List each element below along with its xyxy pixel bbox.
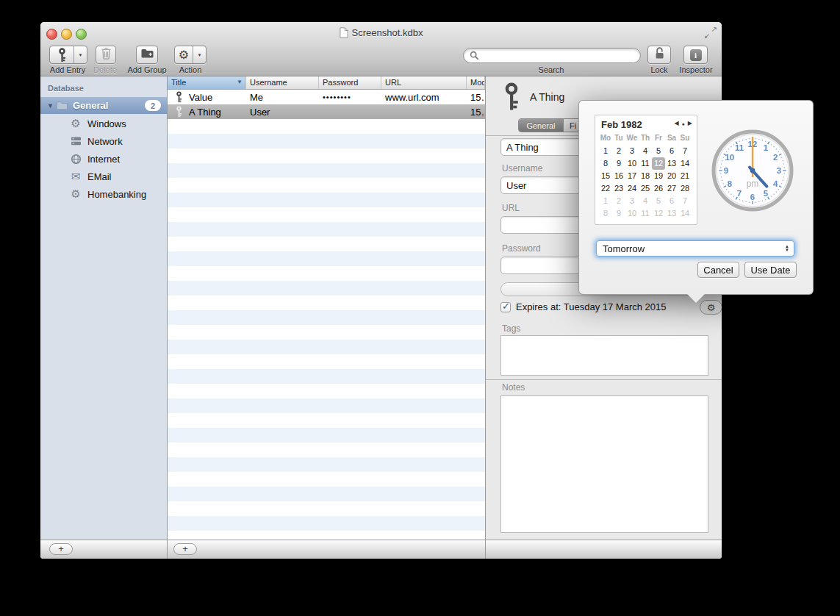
calendar-day[interactable]: 27 xyxy=(665,182,678,195)
section-divider xyxy=(486,379,722,380)
sidebar-item-network[interactable]: Network xyxy=(40,132,167,150)
action-dropdown-arrow[interactable]: ▼ xyxy=(193,46,206,63)
calendar-day[interactable]: 11 xyxy=(639,157,652,170)
calendar-day[interactable]: 2 xyxy=(612,145,625,157)
calendar-day[interactable]: 8 xyxy=(599,157,612,170)
svg-text:3: 3 xyxy=(777,166,781,175)
notes-input[interactable] xyxy=(500,395,708,533)
svg-text:4: 4 xyxy=(773,179,778,188)
calendar-day[interactable]: 3 xyxy=(625,145,639,157)
calendar-day[interactable]: 10 xyxy=(625,157,639,170)
use-date-button[interactable]: Use Date xyxy=(744,262,797,278)
add-entry-dropdown-arrow[interactable]: ▼ xyxy=(73,46,87,63)
sidebar-item-label: Windows xyxy=(87,118,126,129)
cancel-button[interactable]: Cancel xyxy=(697,262,739,278)
calendar-day[interactable]: 25 xyxy=(639,182,652,195)
inspector-button[interactable]: i xyxy=(683,46,708,64)
cell-password: •••••••• xyxy=(319,93,381,101)
calendar-day[interactable]: 6 xyxy=(665,195,678,207)
calendar-day[interactable]: 6 xyxy=(665,145,678,157)
calendar-day-selected[interactable]: 12 xyxy=(652,157,665,170)
disclosure-icon[interactable]: ▼ xyxy=(47,102,56,110)
column-header-password[interactable]: Password xyxy=(319,76,381,89)
prev-month-icon[interactable]: ◀ xyxy=(674,121,678,126)
today-icon[interactable]: ● xyxy=(682,121,685,126)
calendar-day[interactable]: 17 xyxy=(625,170,639,182)
server-icon xyxy=(70,136,82,146)
weekday-label: We xyxy=(625,134,639,142)
add-entry-plus-button[interactable]: + xyxy=(173,543,197,555)
sidebar-item-windows[interactable]: ⚙Windows xyxy=(40,115,167,132)
add-group-plus-button[interactable]: + xyxy=(49,543,73,555)
inspector-divider[interactable] xyxy=(485,76,486,559)
calendar-day[interactable]: 21 xyxy=(678,170,692,182)
calendar-day[interactable]: 28 xyxy=(678,182,692,195)
calendar-day[interactable]: 4 xyxy=(639,195,652,207)
calendar-day[interactable]: 13 xyxy=(665,207,678,220)
calendar-day[interactable]: 5 xyxy=(652,145,665,157)
column-header-modi[interactable]: Modi… xyxy=(467,76,485,89)
calendar-day[interactable]: 20 xyxy=(665,170,678,182)
column-header-title[interactable]: Title▼ xyxy=(168,76,246,89)
check-icon: ✓ xyxy=(502,301,510,312)
inspector-label: Inspector xyxy=(679,65,712,74)
calendar-day[interactable]: 4 xyxy=(639,145,652,157)
calendar-day[interactable]: 18 xyxy=(639,170,652,182)
table-row[interactable]: ValueMe••••••••www.url.com15… xyxy=(168,90,485,104)
sidebar-divider[interactable] xyxy=(167,76,168,559)
calendar-day[interactable]: 19 xyxy=(652,170,665,182)
calendar-day[interactable]: 26 xyxy=(652,182,665,195)
calendar-day[interactable]: 24 xyxy=(625,182,639,195)
username-label: Username xyxy=(502,163,542,173)
calendar-day[interactable]: 9 xyxy=(612,157,625,170)
calendar-day[interactable]: 15 xyxy=(599,170,612,182)
cell-url: www.url.com xyxy=(381,92,467,103)
column-header-url[interactable]: URL xyxy=(381,76,467,89)
calendar-day[interactable]: 16 xyxy=(612,170,625,182)
gear-icon: ⚙ xyxy=(175,46,193,63)
add-group-button[interactable] xyxy=(136,46,158,64)
calendar-day[interactable]: 8 xyxy=(599,207,612,220)
calendar-day[interactable]: 7 xyxy=(678,195,692,207)
expires-checkbox[interactable]: ✓ xyxy=(500,302,511,312)
search-input[interactable] xyxy=(482,50,634,62)
calendar-day[interactable]: 11 xyxy=(639,207,652,220)
calendar-day[interactable]: 1 xyxy=(599,145,612,157)
calendar-day[interactable]: 14 xyxy=(678,157,692,170)
sidebar-item-homebanking[interactable]: ⚙Homebanking xyxy=(40,185,167,203)
calendar-day[interactable]: 5 xyxy=(652,195,665,207)
calendar-day[interactable]: 12 xyxy=(652,207,665,220)
tags-input[interactable] xyxy=(500,335,708,376)
stepper-icon: ▲ ▼ xyxy=(785,245,789,252)
calendar-day[interactable]: 9 xyxy=(612,207,625,220)
lock-button[interactable] xyxy=(647,46,671,64)
column-header-username[interactable]: Username xyxy=(246,76,319,89)
titlebar: Screenshot.kdbx xyxy=(40,27,722,38)
calendar-day[interactable]: 13 xyxy=(665,157,678,170)
sidebar-item-email[interactable]: ✉EMail xyxy=(40,168,167,185)
svg-text:9: 9 xyxy=(724,166,728,175)
search-field[interactable] xyxy=(463,48,641,63)
table-row[interactable]: A ThingUser15… xyxy=(168,104,485,119)
sidebar-item-general[interactable]: ▼ General 2 xyxy=(40,97,167,114)
weekday-label: Th xyxy=(639,134,652,142)
calendar-day[interactable]: 2 xyxy=(612,195,625,207)
calendar-day[interactable]: 22 xyxy=(599,182,612,195)
calendar-day[interactable]: 1 xyxy=(599,195,612,207)
calendar-day[interactable]: 10 xyxy=(625,207,639,220)
sidebar-item-internet[interactable]: Internet xyxy=(40,150,167,168)
delete-button[interactable] xyxy=(96,46,116,64)
folder-plus-icon xyxy=(140,48,154,62)
calendar-day[interactable]: 23 xyxy=(612,182,625,195)
date-preset-select[interactable]: Tomorrow ▲ ▼ xyxy=(596,240,794,257)
action-button[interactable]: ⚙ ▼ xyxy=(174,46,207,64)
table-stripes xyxy=(168,119,485,540)
calendar-day[interactable]: 14 xyxy=(678,207,692,220)
next-month-icon[interactable]: ▶ xyxy=(688,121,692,126)
fullscreen-icon[interactable]: ↗ ↙ xyxy=(704,26,717,39)
tab-general[interactable]: General xyxy=(519,119,563,132)
add-entry-button[interactable]: ▼ xyxy=(49,46,87,64)
preset-value: Tomorrow xyxy=(603,243,785,254)
calendar-day[interactable]: 3 xyxy=(625,195,639,207)
calendar-day[interactable]: 7 xyxy=(678,145,692,157)
